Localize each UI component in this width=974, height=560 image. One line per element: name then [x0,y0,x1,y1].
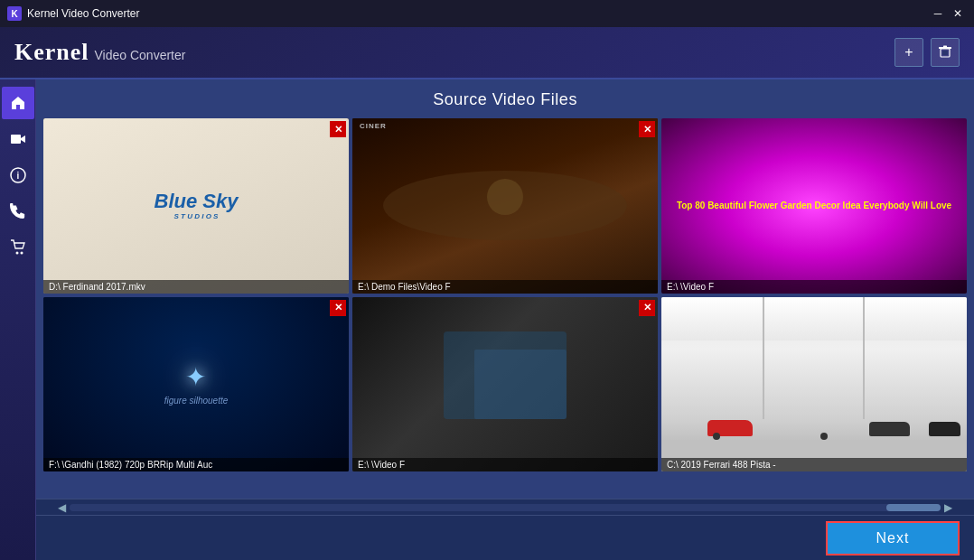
video-grid-wrapper: Blue Sky S T U D I O S ✕ D:\ Ferdinand 2… [36,118,974,471]
app-header: Kernel Video Converter + [0,27,974,79]
video-card-3[interactable]: Top 80 Beautiful Flower Garden Decor Ide… [661,118,967,294]
app-icon: K [7,6,22,21]
video-label-3: E:\ \Video F [661,280,967,294]
svg-text:i: i [16,171,19,181]
video-close-btn-5[interactable]: ✕ [639,300,655,316]
video-card-4[interactable]: ✦ figure silhouette ✕ F:\ \Gandhi (1982)… [43,297,349,472]
video-label-4: F:\ \Gandhi (1982) 720p BRRip Multi Auc [43,458,349,471]
flower-text: Top 80 Beautiful Flower Garden Decor Ide… [677,200,951,211]
svg-point-10 [20,252,23,255]
thumbnail-6 [661,297,967,472]
close-button[interactable]: ✕ [949,5,967,23]
scrollbar-area: ◀ ▶ [36,499,974,515]
next-button[interactable]: Next [826,521,960,555]
video-close-btn-1[interactable]: ✕ [330,121,346,137]
title-bar-title: Kernel Video Converter [27,7,140,20]
logo-subtitle: Video Converter [95,48,186,62]
sidebar-item-video[interactable] [2,123,34,155]
bluesky-logo: Blue Sky S T U D I O S [155,191,239,220]
section-title: Source Video Files [36,79,974,118]
video-label-5: E:\ \Video F [352,458,658,471]
video-card-5[interactable]: ✕ E:\ \Video F [352,297,658,472]
thumbnail-1: Blue Sky S T U D I O S [43,118,349,294]
thumbnail-2: CINER [352,118,658,294]
video-close-btn-2[interactable]: ✕ [639,121,655,137]
thumbnail-5 [352,297,658,472]
app-logo: Kernel Video Converter [14,39,185,66]
footer: Next [36,515,974,560]
video-close-btn-4[interactable]: ✕ [330,300,346,316]
minimize-button[interactable]: ─ [929,5,947,23]
scrollbar-track[interactable] [70,504,941,511]
delete-file-button[interactable] [931,38,960,67]
sidebar-item-cart[interactable] [2,231,34,264]
add-file-button[interactable]: + [894,38,923,67]
title-bar-left: K Kernel Video Converter [7,6,140,21]
main-content: i Source Video Files [0,79,974,560]
svg-point-9 [15,252,18,255]
scrollbar-thumb[interactable] [886,504,941,511]
video-card-6[interactable]: C:\ 2019 Ferrari 488 Pista - [661,297,967,472]
video-label-2: E:\ Demo Files\Video F [352,280,658,294]
scroll-right-btn[interactable]: ▶ [941,501,956,514]
svg-rect-6 [11,135,21,144]
empty-area [36,471,974,499]
sidebar-item-home[interactable] [2,87,34,119]
scroll-left-btn[interactable]: ◀ [54,501,70,514]
video-label-1: D:\ Ferdinand 2017.mkv [43,280,349,294]
thumbnail-4: ✦ figure silhouette [43,297,349,472]
video-label-6: C:\ 2019 Ferrari 488 Pista - [661,458,967,471]
svg-rect-2 [943,46,947,48]
header-actions: + [894,38,960,67]
video-grid: Blue Sky S T U D I O S ✕ D:\ Ferdinand 2… [43,118,967,471]
title-bar-controls: ─ ✕ [929,5,967,23]
title-bar: K Kernel Video Converter ─ ✕ [0,0,974,27]
sidebar: i [0,79,36,560]
sidebar-item-phone[interactable] [2,195,34,228]
logo-kernel: Kernel [14,39,89,66]
thumbnail-3: Top 80 Beautiful Flower Garden Decor Ide… [661,118,967,294]
video-card-2[interactable]: CINER ✕ E:\ Demo Files\Video F [352,118,658,294]
sidebar-item-info[interactable]: i [2,159,34,191]
right-panel: Source Video Files Blue Sky S T U D I O … [36,79,974,560]
video-card-1[interactable]: Blue Sky S T U D I O S ✕ D:\ Ferdinand 2… [43,118,349,294]
